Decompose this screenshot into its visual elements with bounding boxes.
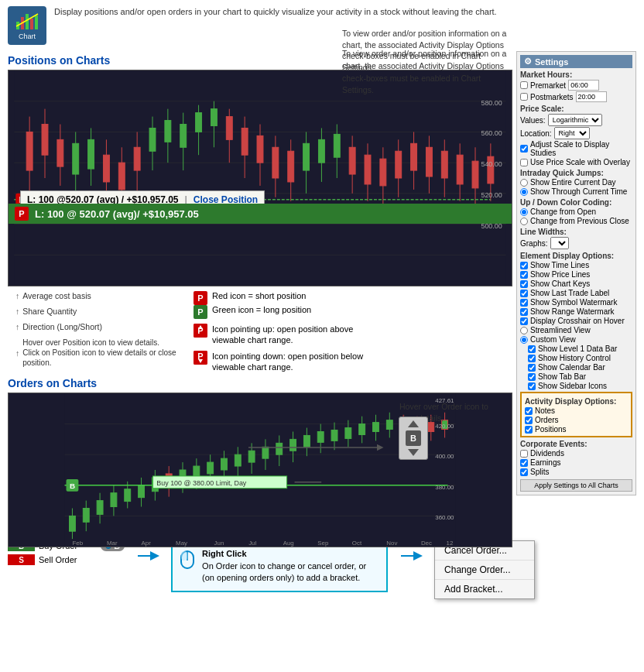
svg-rect-28	[134, 147, 140, 170]
svg-rect-119	[235, 454, 241, 466]
adjust-scale-row: Adjust Scale to Display Studies	[520, 140, 632, 157]
values-select[interactable]: Logarithmic	[548, 114, 602, 126]
svg-text:Nov: Nov	[386, 540, 397, 547]
annot-arrow-1: ↑	[15, 291, 19, 300]
svg-rect-26	[118, 163, 125, 190]
line-widths-label: Line Widths:	[520, 228, 632, 236]
show-tab-bar-row: Show Tab Bar	[520, 372, 632, 381]
svg-text:400.00: 400.00	[435, 453, 454, 460]
show-sidebar-checkbox[interactable]	[528, 382, 536, 390]
show-last-trade-checkbox[interactable]	[520, 290, 528, 297]
apply-settings-button[interactable]: Apply Settings to All Charts	[520, 479, 632, 492]
right-click-arrow	[136, 544, 159, 567]
show-sidebar-label: Show Sidebar Icons	[538, 382, 607, 390]
legend-icon-red: P	[194, 291, 207, 305]
streamlined-view-label: Streamlined View	[530, 326, 591, 334]
add-bracket-item[interactable]: Add Bracket...	[435, 580, 534, 598]
show-symbol-wm-checkbox[interactable]	[520, 299, 528, 307]
graphs-row: Graphs:	[520, 237, 632, 249]
intraday-entire-radio[interactable]	[520, 179, 528, 187]
premarket-checkbox[interactable]	[520, 81, 528, 89]
show-range-wm-checkbox[interactable]	[520, 308, 528, 316]
sell-order-letter: S	[19, 556, 24, 564]
svg-rect-44	[257, 135, 263, 163]
positions-row: Positions	[525, 425, 628, 434]
postmarket-checkbox[interactable]	[520, 93, 528, 101]
show-calendar-checkbox[interactable]	[528, 364, 536, 372]
annot-direction: ↑ Direction (Long/Short)	[15, 322, 178, 331]
dividends-row: Dividends	[520, 449, 632, 458]
display-crosshair-label: Display Crosshair on Hover	[530, 317, 625, 325]
svg-rect-54	[334, 134, 340, 157]
premarket-row: Premarket	[520, 80, 632, 91]
show-symbol-wm-label: Show Symbol Watermark	[530, 298, 617, 307]
show-range-wm-label: Show Range Watermark	[530, 307, 615, 316]
notes-checkbox[interactable]	[525, 407, 533, 415]
orders-checkbox[interactable]	[525, 417, 533, 424]
svg-rect-66	[426, 147, 432, 177]
show-chart-keys-label: Show Chart Keys	[530, 279, 590, 288]
custom-view-label: Custom View	[530, 335, 576, 344]
sell-order-item: S Sell Order	[8, 554, 77, 565]
annot-arrow-4: ↑	[15, 348, 19, 358]
svg-rect-101	[111, 493, 117, 507]
show-level1-checkbox[interactable]	[528, 345, 536, 353]
earnings-checkbox[interactable]	[520, 459, 528, 467]
location-label: Location:	[520, 129, 552, 138]
show-price-lines-checkbox[interactable]	[520, 271, 528, 279]
splits-checkbox[interactable]	[520, 468, 528, 476]
change-order-item[interactable]: Change Order...	[435, 561, 534, 580]
values-label: Values:	[520, 116, 546, 125]
right-click-title: Right Click	[202, 548, 380, 560]
svg-rect-97	[83, 509, 89, 523]
positions-checkbox[interactable]	[525, 426, 533, 434]
show-symbol-wm-row: Show Symbol Watermark	[520, 298, 632, 307]
location-select[interactable]: Right	[554, 127, 590, 139]
context-menu: Cancel Order... Change Order... Add Brac…	[434, 540, 535, 599]
svg-rect-56	[349, 147, 355, 174]
svg-text:580.00: 580.00	[481, 99, 502, 107]
svg-rect-135	[345, 428, 351, 439]
price-scale-overlay-checkbox[interactable]	[520, 159, 528, 166]
adjust-scale-checkbox[interactable]	[520, 145, 528, 153]
svg-rect-30	[149, 128, 156, 151]
legend-red-short: P Red icon = short position	[194, 291, 512, 305]
show-last-trade-label: Show Last Trade Label	[530, 289, 609, 297]
display-crosshair-checkbox[interactable]	[520, 317, 528, 325]
premarket-time[interactable]	[568, 80, 599, 91]
intraday-entire-row: Show Entire Current Day	[520, 178, 632, 187]
sell-order-bar: S	[8, 554, 35, 565]
svg-rect-38	[211, 109, 217, 126]
color-open-label: Change from Open	[530, 207, 596, 216]
premarket-label: Premarket	[530, 81, 566, 90]
show-tab-bar-label: Show Tab Bar	[538, 372, 586, 381]
custom-view-radio[interactable]	[520, 336, 528, 344]
price-scale-label: Price Scale:	[520, 105, 632, 113]
intraday-current-label: Show Through Current Time	[530, 187, 627, 196]
postmarket-time[interactable]	[576, 91, 607, 102]
postmarket-label: Postmarkets	[530, 93, 574, 101]
color-open-row: Change from Open	[520, 207, 632, 216]
streamlined-view-radio[interactable]	[520, 327, 528, 334]
show-tab-bar-checkbox[interactable]	[528, 373, 536, 381]
svg-rect-139	[373, 423, 379, 432]
dividends-checkbox[interactable]	[520, 450, 528, 458]
svg-text:Mar: Mar	[107, 540, 118, 547]
settings-header: ⚙ Settings	[520, 55, 632, 68]
svg-text:Aug: Aug	[283, 540, 294, 547]
legend-label-green: Green icon = long position	[212, 305, 311, 314]
legend-label-down: Icon pointing down: open position below …	[212, 351, 367, 373]
show-time-lines-checkbox[interactable]	[520, 262, 528, 269]
intraday-current-radio[interactable]	[520, 188, 528, 196]
show-range-wm-row: Show Range Watermark	[520, 307, 632, 316]
svg-text:560.00: 560.00	[481, 129, 502, 137]
color-prev-row: Change from Previous Close	[520, 217, 632, 225]
color-open-radio[interactable]	[520, 208, 528, 216]
show-history-checkbox[interactable]	[528, 355, 536, 362]
show-chart-keys-checkbox[interactable]	[520, 280, 528, 288]
graphs-label: Graphs:	[520, 239, 548, 248]
svg-rect-95	[69, 516, 75, 531]
color-prev-radio[interactable]	[520, 218, 528, 225]
graphs-select[interactable]	[550, 237, 569, 249]
values-row: Values: Logarithmic	[520, 114, 632, 126]
